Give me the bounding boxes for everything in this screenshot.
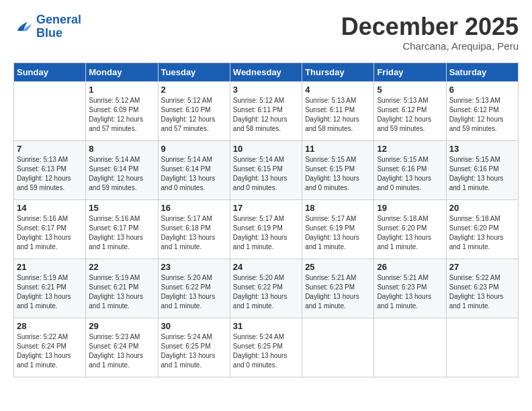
calendar-cell: 1 Sunrise: 5:12 AMSunset: 6:09 PMDayligh… <box>86 81 158 140</box>
calendar-cell: 26 Sunrise: 5:21 AMSunset: 6:23 PMDaylig… <box>374 259 446 318</box>
logo: General Blue <box>13 13 81 40</box>
calendar-cell: 15 Sunrise: 5:16 AMSunset: 6:17 PMDaylig… <box>86 199 158 259</box>
day-detail: Sunrise: 5:14 AMSunset: 6:15 PMDaylight:… <box>233 155 299 193</box>
calendar-cell: 12 Sunrise: 5:15 AMSunset: 6:16 PMDaylig… <box>374 140 446 199</box>
calendar-cell <box>302 318 374 377</box>
day-number: 15 <box>89 203 154 213</box>
calendar-cell: 14 Sunrise: 5:16 AMSunset: 6:17 PMDaylig… <box>14 199 86 259</box>
day-number: 20 <box>449 203 515 213</box>
day-detail: Sunrise: 5:12 AMSunset: 6:09 PMDaylight:… <box>89 96 154 134</box>
day-number: 31 <box>233 321 299 331</box>
page-header: General Blue December 2025 Charcana, Are… <box>13 13 519 52</box>
location-subtitle: Charcana, Arequipa, Peru <box>341 40 519 52</box>
day-detail: Sunrise: 5:22 AMSunset: 6:23 PMDaylight:… <box>449 273 515 311</box>
calendar-week-row: 14 Sunrise: 5:16 AMSunset: 6:17 PMDaylig… <box>14 199 519 259</box>
calendar-cell: 9 Sunrise: 5:14 AMSunset: 6:14 PMDayligh… <box>158 140 230 199</box>
day-detail: Sunrise: 5:16 AMSunset: 6:17 PMDaylight:… <box>89 214 154 252</box>
day-number: 10 <box>233 144 299 154</box>
weekday-header-tuesday: Tuesday <box>158 62 230 81</box>
day-number: 17 <box>233 203 299 213</box>
logo-text: General Blue <box>36 13 81 40</box>
calendar-cell: 29 Sunrise: 5:23 AMSunset: 6:24 PMDaylig… <box>86 318 158 377</box>
calendar-cell: 5 Sunrise: 5:13 AMSunset: 6:12 PMDayligh… <box>374 81 446 140</box>
calendar-cell: 16 Sunrise: 5:17 AMSunset: 6:18 PMDaylig… <box>158 199 230 259</box>
day-detail: Sunrise: 5:20 AMSunset: 6:22 PMDaylight:… <box>161 273 227 311</box>
day-detail: Sunrise: 5:12 AMSunset: 6:10 PMDaylight:… <box>161 96 227 134</box>
day-number: 9 <box>161 144 227 154</box>
calendar-cell: 21 Sunrise: 5:19 AMSunset: 6:21 PMDaylig… <box>14 259 86 318</box>
day-detail: Sunrise: 5:17 AMSunset: 6:19 PMDaylight:… <box>305 214 371 252</box>
calendar-cell: 17 Sunrise: 5:17 AMSunset: 6:19 PMDaylig… <box>230 199 302 259</box>
calendar-cell: 27 Sunrise: 5:22 AMSunset: 6:23 PMDaylig… <box>446 259 518 318</box>
day-number: 22 <box>89 262 154 272</box>
day-detail: Sunrise: 5:20 AMSunset: 6:22 PMDaylight:… <box>233 273 299 311</box>
calendar-cell: 28 Sunrise: 5:22 AMSunset: 6:24 PMDaylig… <box>14 318 86 377</box>
day-detail: Sunrise: 5:15 AMSunset: 6:16 PMDaylight:… <box>377 155 443 193</box>
day-detail: Sunrise: 5:19 AMSunset: 6:21 PMDaylight:… <box>89 273 154 311</box>
day-detail: Sunrise: 5:22 AMSunset: 6:24 PMDaylight:… <box>17 332 83 370</box>
day-number: 8 <box>89 144 154 154</box>
weekday-header-saturday: Saturday <box>446 62 518 81</box>
weekday-header-wednesday: Wednesday <box>230 62 302 81</box>
day-number: 26 <box>377 262 443 272</box>
day-number: 18 <box>305 203 371 213</box>
day-number: 5 <box>377 85 443 95</box>
day-detail: Sunrise: 5:13 AMSunset: 6:12 PMDaylight:… <box>377 96 443 134</box>
calendar-cell: 19 Sunrise: 5:18 AMSunset: 6:20 PMDaylig… <box>374 199 446 259</box>
calendar-cell: 4 Sunrise: 5:13 AMSunset: 6:11 PMDayligh… <box>302 81 374 140</box>
day-detail: Sunrise: 5:12 AMSunset: 6:11 PMDaylight:… <box>233 96 299 134</box>
day-number: 28 <box>17 321 83 331</box>
day-number: 25 <box>305 262 371 272</box>
calendar-cell: 11 Sunrise: 5:15 AMSunset: 6:15 PMDaylig… <box>302 140 374 199</box>
weekday-header-friday: Friday <box>374 62 446 81</box>
calendar-cell: 23 Sunrise: 5:20 AMSunset: 6:22 PMDaylig… <box>158 259 230 318</box>
calendar-cell: 3 Sunrise: 5:12 AMSunset: 6:11 PMDayligh… <box>230 81 302 140</box>
day-detail: Sunrise: 5:18 AMSunset: 6:20 PMDaylight:… <box>377 214 443 252</box>
day-number: 6 <box>449 85 515 95</box>
day-detail: Sunrise: 5:13 AMSunset: 6:13 PMDaylight:… <box>17 155 83 193</box>
calendar-cell <box>14 81 86 140</box>
day-number: 1 <box>89 85 154 95</box>
day-number: 21 <box>17 262 83 272</box>
day-detail: Sunrise: 5:24 AMSunset: 6:25 PMDaylight:… <box>233 332 299 370</box>
title-block: December 2025 Charcana, Arequipa, Peru <box>341 13 519 52</box>
calendar-cell <box>446 318 518 377</box>
calendar-week-row: 28 Sunrise: 5:22 AMSunset: 6:24 PMDaylig… <box>14 318 519 377</box>
day-number: 24 <box>233 262 299 272</box>
day-number: 2 <box>161 85 227 95</box>
day-detail: Sunrise: 5:21 AMSunset: 6:23 PMDaylight:… <box>377 273 443 311</box>
calendar-cell: 7 Sunrise: 5:13 AMSunset: 6:13 PMDayligh… <box>14 140 86 199</box>
day-detail: Sunrise: 5:17 AMSunset: 6:18 PMDaylight:… <box>161 214 227 252</box>
day-detail: Sunrise: 5:14 AMSunset: 6:14 PMDaylight:… <box>89 155 154 193</box>
calendar-week-row: 21 Sunrise: 5:19 AMSunset: 6:21 PMDaylig… <box>14 259 519 318</box>
day-number: 16 <box>161 203 227 213</box>
calendar-cell: 25 Sunrise: 5:21 AMSunset: 6:23 PMDaylig… <box>302 259 374 318</box>
day-detail: Sunrise: 5:18 AMSunset: 6:20 PMDaylight:… <box>449 214 515 252</box>
day-number: 12 <box>377 144 443 154</box>
day-number: 11 <box>305 144 371 154</box>
day-detail: Sunrise: 5:24 AMSunset: 6:25 PMDaylight:… <box>161 332 227 370</box>
day-detail: Sunrise: 5:14 AMSunset: 6:14 PMDaylight:… <box>161 155 227 193</box>
calendar-cell: 8 Sunrise: 5:14 AMSunset: 6:14 PMDayligh… <box>86 140 158 199</box>
calendar-cell: 2 Sunrise: 5:12 AMSunset: 6:10 PMDayligh… <box>158 81 230 140</box>
logo-bird-icon <box>13 17 34 37</box>
weekday-header-thursday: Thursday <box>302 62 374 81</box>
calendar-cell: 22 Sunrise: 5:19 AMSunset: 6:21 PMDaylig… <box>86 259 158 318</box>
calendar-cell <box>374 318 446 377</box>
weekday-header-sunday: Sunday <box>14 62 86 81</box>
calendar-cell: 10 Sunrise: 5:14 AMSunset: 6:15 PMDaylig… <box>230 140 302 199</box>
day-detail: Sunrise: 5:15 AMSunset: 6:16 PMDaylight:… <box>449 155 515 193</box>
calendar-cell: 6 Sunrise: 5:13 AMSunset: 6:12 PMDayligh… <box>446 81 518 140</box>
calendar-cell: 18 Sunrise: 5:17 AMSunset: 6:19 PMDaylig… <box>302 199 374 259</box>
day-number: 7 <box>17 144 83 154</box>
day-number: 19 <box>377 203 443 213</box>
calendar-table: SundayMondayTuesdayWednesdayThursdayFrid… <box>13 62 519 377</box>
calendar-cell: 31 Sunrise: 5:24 AMSunset: 6:25 PMDaylig… <box>230 318 302 377</box>
day-detail: Sunrise: 5:17 AMSunset: 6:19 PMDaylight:… <box>233 214 299 252</box>
calendar-cell: 30 Sunrise: 5:24 AMSunset: 6:25 PMDaylig… <box>158 318 230 377</box>
day-detail: Sunrise: 5:19 AMSunset: 6:21 PMDaylight:… <box>17 273 83 311</box>
day-detail: Sunrise: 5:13 AMSunset: 6:12 PMDaylight:… <box>449 96 515 134</box>
weekday-header-row: SundayMondayTuesdayWednesdayThursdayFrid… <box>14 62 519 81</box>
day-number: 29 <box>89 321 154 331</box>
day-number: 30 <box>161 321 227 331</box>
